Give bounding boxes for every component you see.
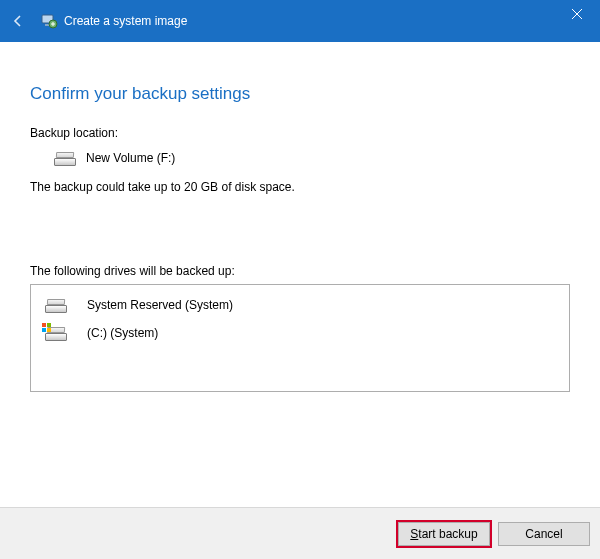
windows-badge-icon bbox=[42, 323, 52, 333]
drive-name: (C:) (System) bbox=[87, 326, 158, 340]
wizard-footer: Start backup Cancel bbox=[0, 507, 600, 559]
drive-icon bbox=[45, 297, 67, 313]
wizard-content: Confirm your backup settings Backup loca… bbox=[0, 42, 600, 392]
page-heading: Confirm your backup settings bbox=[30, 84, 570, 104]
drive-name: System Reserved (System) bbox=[87, 298, 233, 312]
system-image-icon bbox=[40, 12, 58, 30]
window-title: Create a system image bbox=[64, 14, 187, 28]
list-item: (C:) (System) bbox=[31, 319, 569, 347]
drive-list: System Reserved (System) (C:) (System) bbox=[30, 284, 570, 392]
titlebar: Create a system image bbox=[0, 0, 600, 42]
backup-location-row: New Volume (F:) bbox=[54, 150, 570, 166]
list-item: System Reserved (System) bbox=[31, 291, 569, 319]
svg-rect-5 bbox=[42, 328, 46, 332]
back-button[interactable] bbox=[10, 13, 36, 29]
drive-icon bbox=[45, 325, 67, 341]
backup-location-value: New Volume (F:) bbox=[86, 151, 175, 165]
drive-icon bbox=[54, 150, 76, 166]
start-backup-button[interactable]: Start backup bbox=[398, 522, 490, 546]
drive-list-label: The following drives will be backed up: bbox=[30, 264, 570, 278]
svg-rect-4 bbox=[47, 323, 51, 327]
cancel-button[interactable]: Cancel bbox=[498, 522, 590, 546]
svg-rect-3 bbox=[42, 323, 46, 327]
svg-rect-6 bbox=[47, 328, 51, 332]
size-hint: The backup could take up to 20 GB of dis… bbox=[30, 180, 570, 194]
close-button[interactable] bbox=[554, 0, 600, 30]
backup-location-label: Backup location: bbox=[30, 126, 570, 140]
